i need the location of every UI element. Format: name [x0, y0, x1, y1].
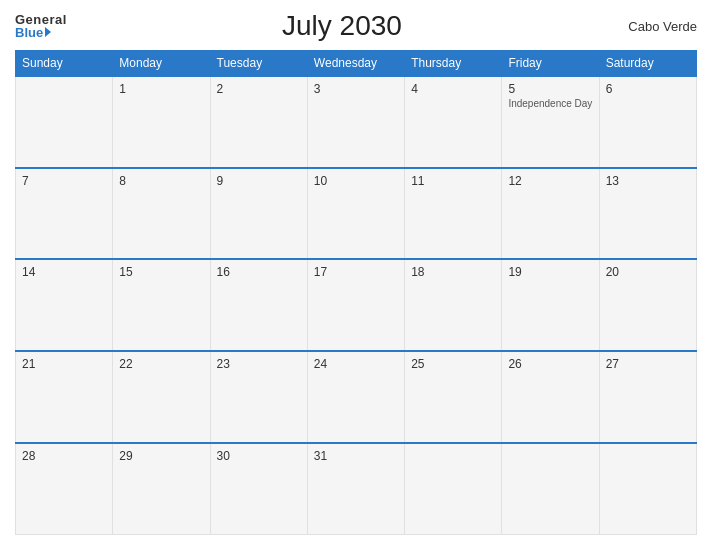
logo: General Blue — [15, 13, 67, 39]
cell-date: 6 — [606, 82, 690, 96]
cell-date: 15 — [119, 265, 203, 279]
col-header-friday: Friday — [502, 51, 599, 77]
col-header-saturday: Saturday — [599, 51, 696, 77]
cell-date: 7 — [22, 174, 106, 188]
cell-date: 18 — [411, 265, 495, 279]
calendar-cell: 24 — [307, 351, 404, 443]
col-header-monday: Monday — [113, 51, 210, 77]
cell-date: 4 — [411, 82, 495, 96]
calendar-cell: 11 — [405, 168, 502, 260]
cell-date: 12 — [508, 174, 592, 188]
calendar-cell — [16, 76, 113, 168]
week-row-3: 14151617181920 — [16, 259, 697, 351]
cell-date: 8 — [119, 174, 203, 188]
calendar-cell: 1 — [113, 76, 210, 168]
calendar-cell: 3 — [307, 76, 404, 168]
cell-date: 5 — [508, 82, 592, 96]
calendar-cell: 22 — [113, 351, 210, 443]
header-row: SundayMondayTuesdayWednesdayThursdayFrid… — [16, 51, 697, 77]
calendar-cell: 14 — [16, 259, 113, 351]
week-row-4: 21222324252627 — [16, 351, 697, 443]
cell-date: 10 — [314, 174, 398, 188]
cell-date: 3 — [314, 82, 398, 96]
cell-date: 28 — [22, 449, 106, 463]
header: General Blue July 2030 Cabo Verde — [15, 10, 697, 42]
cell-date: 13 — [606, 174, 690, 188]
cell-date: 24 — [314, 357, 398, 371]
cell-event: Independence Day — [508, 98, 592, 109]
calendar-cell: 30 — [210, 443, 307, 535]
cell-date: 29 — [119, 449, 203, 463]
logo-triangle-icon — [45, 27, 51, 37]
col-header-sunday: Sunday — [16, 51, 113, 77]
week-row-5: 28293031 — [16, 443, 697, 535]
cell-date: 14 — [22, 265, 106, 279]
calendar-cell: 5Independence Day — [502, 76, 599, 168]
cell-date: 2 — [217, 82, 301, 96]
calendar-cell: 27 — [599, 351, 696, 443]
calendar-cell: 18 — [405, 259, 502, 351]
col-header-thursday: Thursday — [405, 51, 502, 77]
col-header-wednesday: Wednesday — [307, 51, 404, 77]
cell-date: 25 — [411, 357, 495, 371]
calendar-cell: 6 — [599, 76, 696, 168]
cell-date: 26 — [508, 357, 592, 371]
week-row-2: 78910111213 — [16, 168, 697, 260]
cell-date: 19 — [508, 265, 592, 279]
cell-date: 11 — [411, 174, 495, 188]
cell-date: 21 — [22, 357, 106, 371]
calendar-cell — [599, 443, 696, 535]
calendar-cell: 20 — [599, 259, 696, 351]
cell-date: 20 — [606, 265, 690, 279]
calendar-cell — [502, 443, 599, 535]
calendar-cell: 29 — [113, 443, 210, 535]
cell-date: 31 — [314, 449, 398, 463]
calendar-cell: 2 — [210, 76, 307, 168]
calendar-cell: 7 — [16, 168, 113, 260]
calendar-cell: 9 — [210, 168, 307, 260]
calendar-cell: 31 — [307, 443, 404, 535]
calendar-cell: 12 — [502, 168, 599, 260]
logo-blue-text: Blue — [15, 26, 67, 39]
cell-date: 1 — [119, 82, 203, 96]
calendar-cell: 13 — [599, 168, 696, 260]
cell-date: 27 — [606, 357, 690, 371]
cell-date: 17 — [314, 265, 398, 279]
calendar-cell: 15 — [113, 259, 210, 351]
calendar-cell: 23 — [210, 351, 307, 443]
col-header-tuesday: Tuesday — [210, 51, 307, 77]
calendar-cell: 25 — [405, 351, 502, 443]
week-row-1: 12345Independence Day6 — [16, 76, 697, 168]
calendar-cell: 8 — [113, 168, 210, 260]
cell-date: 30 — [217, 449, 301, 463]
country-label: Cabo Verde — [617, 19, 697, 34]
calendar-cell: 16 — [210, 259, 307, 351]
calendar-cell: 28 — [16, 443, 113, 535]
calendar-cell: 10 — [307, 168, 404, 260]
cell-date: 23 — [217, 357, 301, 371]
calendar-cell — [405, 443, 502, 535]
calendar-cell: 26 — [502, 351, 599, 443]
calendar-cell: 17 — [307, 259, 404, 351]
cell-date: 22 — [119, 357, 203, 371]
cell-date: 16 — [217, 265, 301, 279]
calendar-cell: 21 — [16, 351, 113, 443]
calendar-table: SundayMondayTuesdayWednesdayThursdayFrid… — [15, 50, 697, 535]
calendar-cell: 19 — [502, 259, 599, 351]
calendar-title: July 2030 — [67, 10, 617, 42]
calendar-cell: 4 — [405, 76, 502, 168]
cell-date: 9 — [217, 174, 301, 188]
